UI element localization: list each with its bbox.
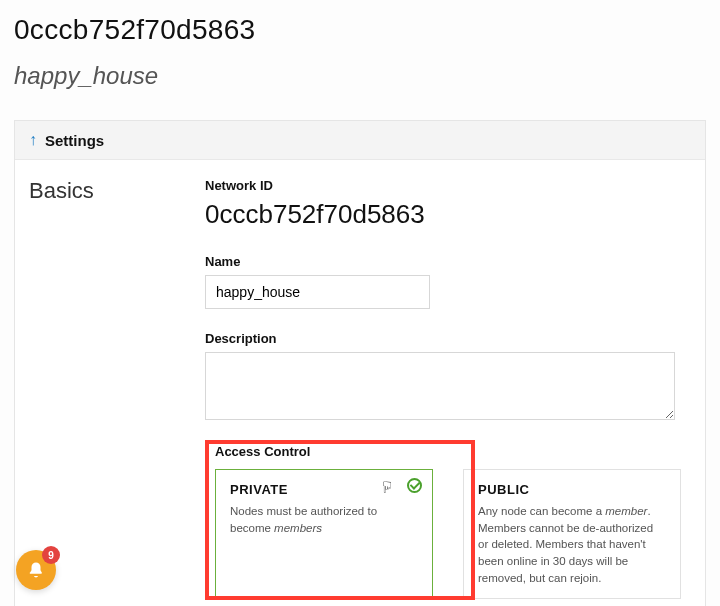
access-option-public[interactable]: PUBLIC Any node can become a member. Mem…	[463, 469, 681, 599]
access-private-desc: Nodes must be authorized to become membe…	[230, 503, 418, 536]
name-label: Name	[205, 254, 691, 269]
check-icon	[407, 478, 422, 493]
section-basics-label: Basics	[29, 178, 185, 606]
access-option-private[interactable]: PRIVATE Nodes must be authorized to beco…	[215, 469, 433, 599]
notifications-button[interactable]: 9	[16, 550, 56, 590]
network-name-heading: happy_house	[14, 62, 706, 90]
bell-icon	[27, 561, 45, 579]
access-public-desc: Any node can become a member. Members ca…	[478, 503, 666, 586]
collapse-arrow-icon: ↑	[29, 131, 37, 149]
network-id-heading: 0cccb752f70d5863	[14, 14, 706, 46]
settings-panel-label: Settings	[45, 132, 104, 149]
network-id-label: Network ID	[205, 178, 691, 193]
access-control-label: Access Control	[215, 444, 681, 459]
cursor-icon: ☟	[382, 478, 392, 497]
name-input[interactable]	[205, 275, 430, 309]
description-textarea[interactable]	[205, 352, 675, 420]
network-id-value: 0cccb752f70d5863	[205, 199, 691, 230]
settings-panel: ↑ Settings Basics Network ID 0cccb752f70…	[14, 120, 706, 606]
settings-panel-toggle[interactable]: ↑ Settings	[15, 121, 705, 160]
description-label: Description	[205, 331, 691, 346]
notification-count-badge: 9	[42, 546, 60, 564]
access-public-title: PUBLIC	[478, 482, 666, 497]
